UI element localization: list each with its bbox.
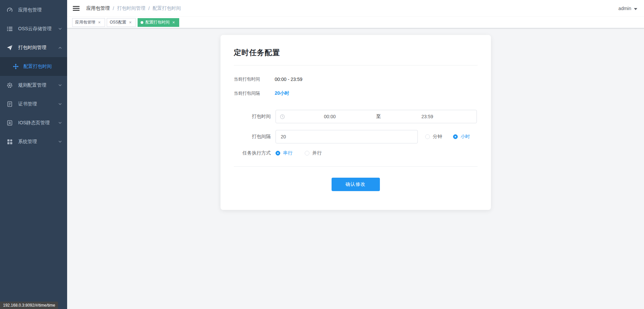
tab-oss-config[interactable]: OSS配置 × [107, 18, 136, 27]
close-icon[interactable]: × [97, 20, 102, 25]
divider [234, 65, 478, 65]
current-pack-time-row: 当前打包时间 00:00 - 23:59 [234, 76, 478, 82]
username-label: admin [618, 6, 631, 11]
radio-icon [425, 134, 430, 139]
divider [234, 166, 478, 167]
clock-icon [280, 114, 285, 119]
sidebar-item-pack-time[interactable]: 打包时间管理 [0, 38, 67, 57]
sidebar-subitem-config-pack-time[interactable]: 配置打包时间 [0, 57, 67, 76]
user-dropdown[interactable]: admin [618, 5, 637, 11]
close-icon[interactable]: × [128, 20, 133, 25]
address-book-icon [7, 120, 13, 126]
current-pack-time-value: 00:00 - 23:59 [275, 77, 303, 82]
sidebar-item-label: 打包时间管理 [18, 45, 58, 51]
breadcrumb-separator: / [113, 6, 114, 11]
mode-serial-radio[interactable]: 串行 [276, 150, 293, 156]
exec-mode-group: 串行 并行 [276, 150, 322, 156]
time-start-value: 00:00 [285, 114, 375, 119]
caret-down-icon [634, 5, 637, 11]
breadcrumb-separator: / [148, 6, 150, 11]
sidebar-item-label: OSS云存储管理 [18, 26, 58, 32]
list-icon [7, 26, 13, 32]
time-range-picker[interactable]: 00:00 至 23:59 [276, 110, 477, 123]
hamburger-icon[interactable] [72, 4, 80, 12]
close-icon[interactable]: × [171, 20, 176, 25]
chevron-down-icon [58, 27, 62, 31]
exec-mode-label: 任务执行方式 [234, 150, 276, 156]
mode-parallel-radio[interactable]: 并行 [305, 150, 322, 156]
grid-icon [7, 139, 13, 145]
breadcrumb: 应用包管理 / 打包时间管理 / 配置打包时间 [86, 5, 181, 11]
unit-minute-radio[interactable]: 分钟 [425, 134, 442, 140]
gear-icon [7, 82, 13, 88]
pack-interval-label: 打包间隔 [234, 134, 276, 140]
mode-parallel-label: 并行 [312, 150, 322, 156]
chevron-down-icon [58, 102, 62, 106]
sidebar-item-app-package[interactable]: 应用包管理 [0, 1, 67, 19]
tab-config-pack-time[interactable]: 配置打包时间 × [138, 18, 179, 27]
pack-interval-input[interactable] [276, 130, 418, 143]
chevron-up-icon [58, 45, 62, 50]
task-config-form: 打包时间 00:00 至 23:59 打包间隔 [234, 110, 478, 191]
move-icon [13, 63, 19, 70]
radio-icon [453, 134, 458, 139]
main-area: 应用包管理 / 打包时间管理 / 配置打包时间 admin 应用包管理 × OS… [67, 0, 644, 309]
certificate-icon [7, 101, 13, 107]
chevron-down-icon [58, 83, 62, 88]
tab-label: 配置打包时间 [145, 19, 169, 25]
tab-label: OSS配置 [110, 19, 126, 25]
tab-label: 应用包管理 [75, 19, 95, 25]
current-pack-interval-value[interactable]: 20小时 [275, 90, 290, 96]
mode-serial-label: 串行 [283, 150, 293, 156]
tab-app-package[interactable]: 应用包管理 × [72, 18, 105, 27]
tabs-bar: 应用包管理 × OSS配置 × 配置打包时间 × [67, 17, 644, 28]
time-end-value: 23:59 [382, 114, 473, 119]
task-config-card: 定时任务配置 当前打包时间 00:00 - 23:59 当前打包间隔 20小时 … [220, 35, 491, 210]
current-pack-interval-label: 当前打包间隔 [234, 90, 275, 96]
unit-hour-label: 小时 [461, 134, 470, 140]
current-pack-time-label: 当前打包时间 [234, 76, 275, 82]
breadcrumb-item[interactable]: 应用包管理 [86, 5, 110, 11]
chevron-down-icon [58, 139, 62, 144]
sidebar-item-label: 系统管理 [18, 139, 58, 145]
dashboard-icon [7, 7, 13, 13]
sidebar-item-label: 证书管理 [18, 101, 58, 107]
chevron-down-icon [58, 121, 62, 125]
breadcrumb-item: 配置打包时间 [153, 5, 181, 11]
sidebar-item-label: IOS静态页管理 [18, 120, 58, 126]
pack-time-row: 打包时间 00:00 至 23:59 [234, 110, 478, 123]
active-dot-icon [141, 21, 143, 24]
status-url-bubble: 192.168.0.3:8092/#/time/time [0, 302, 58, 309]
pack-interval-row: 打包间隔 分钟 小时 [234, 130, 478, 143]
paper-plane-icon [7, 45, 13, 51]
sidebar-item-certificate[interactable]: 证书管理 [0, 95, 67, 114]
page-title: 定时任务配置 [234, 48, 478, 58]
interval-unit-group: 分钟 小时 [425, 134, 470, 140]
content-area: 定时任务配置 当前打包时间 00:00 - 23:59 当前打包间隔 20小时 … [67, 28, 644, 309]
unit-hour-radio[interactable]: 小时 [453, 134, 470, 140]
unit-minute-label: 分钟 [433, 134, 442, 140]
sidebar-item-label: 规则配置管理 [18, 82, 58, 88]
time-range-separator: 至 [375, 114, 382, 120]
sidebar-item-rule-config[interactable]: 规则配置管理 [0, 76, 67, 95]
sidebar-item-system[interactable]: 系统管理 [0, 132, 67, 151]
pack-time-label: 打包时间 [234, 114, 276, 120]
confirm-button[interactable]: 确认修改 [332, 178, 380, 191]
sidebar-item-label: 应用包管理 [18, 7, 62, 13]
navbar: 应用包管理 / 打包时间管理 / 配置打包时间 admin [67, 0, 644, 17]
breadcrumb-item: 打包时间管理 [117, 5, 145, 11]
exec-mode-row: 任务执行方式 串行 并行 [234, 150, 478, 156]
sidebar-item-ios-static-page[interactable]: IOS静态页管理 [0, 114, 67, 132]
radio-icon [305, 151, 309, 156]
sidebar-item-oss-storage[interactable]: OSS云存储管理 [0, 19, 67, 38]
sidebar-subitem-label: 配置打包时间 [23, 63, 52, 70]
sidebar: 应用包管理 OSS云存储管理 打包时间管理 配置打包时间 规则配置管理 [0, 0, 67, 309]
current-pack-interval-row: 当前打包间隔 20小时 [234, 90, 478, 96]
radio-icon [276, 151, 280, 156]
